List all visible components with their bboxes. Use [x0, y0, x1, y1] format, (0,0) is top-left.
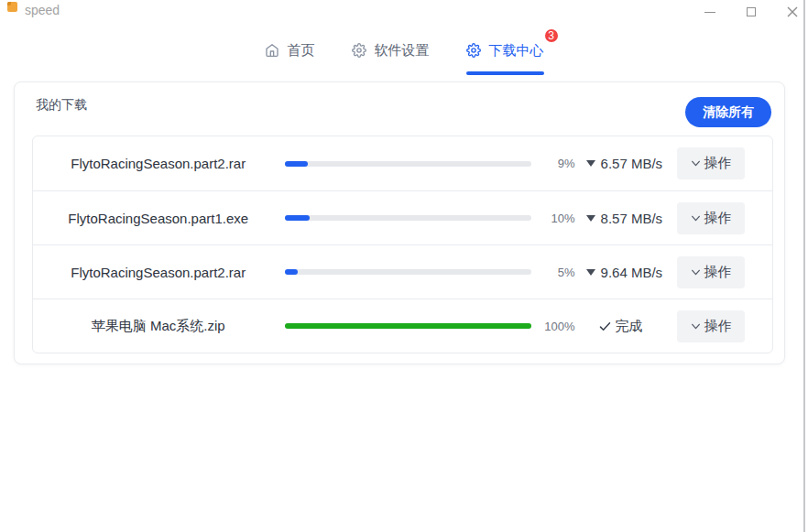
progress-fill	[285, 323, 531, 329]
row-action-label: 操作	[704, 264, 731, 281]
chevron-down-icon	[690, 320, 702, 332]
progress-bar	[285, 215, 531, 221]
row-action-button[interactable]: 操作	[677, 202, 745, 234]
progress-fill	[285, 269, 297, 275]
progress-percent: 10%	[531, 212, 575, 225]
progress-fill	[285, 161, 307, 167]
maximize-icon	[747, 7, 756, 16]
close-button[interactable]	[786, 5, 799, 18]
progress-percent: 5%	[531, 266, 575, 279]
row-action-label: 操作	[704, 210, 731, 227]
download-arrow-icon	[586, 215, 595, 222]
download-arrow-icon	[586, 269, 595, 276]
gear-icon	[466, 43, 481, 58]
progress-bar	[285, 323, 531, 329]
app-logo-icon	[7, 2, 17, 12]
download-speed: 8.57 MB/s	[601, 211, 663, 226]
check-icon	[598, 320, 612, 333]
clear-all-button[interactable]: 清除所有	[685, 97, 771, 127]
row-action-button[interactable]: 操作	[677, 310, 745, 342]
tab-download-center-label: 下载中心	[489, 42, 544, 60]
download-arrow-icon	[586, 160, 595, 167]
app-title: speed	[25, 3, 60, 17]
download-row: FlytoRacingSeason.part2.rar5%9.64 MB/s操作	[33, 244, 772, 299]
download-status-label: 完成	[616, 318, 643, 335]
chevron-down-icon	[690, 212, 702, 224]
minimize-icon	[704, 12, 715, 13]
download-row: 苹果电脑 Mac系统.zip100%完成操作	[33, 299, 772, 353]
main-nav: 首页 软件设置 下载中心 3	[0, 38, 808, 62]
download-row: FlytoRacingSeason.part1.exe10%8.57 MB/s操…	[33, 190, 772, 244]
download-count-badge: 3	[543, 27, 560, 44]
tab-home[interactable]: 首页	[265, 38, 315, 62]
progress-bar	[285, 161, 531, 167]
download-row: FlytoRacingSeason.part2.rar9%6.57 MB/s操作	[33, 136, 772, 190]
download-status: 完成	[586, 318, 677, 335]
tab-download-center[interactable]: 下载中心 3	[466, 38, 544, 62]
scrollbar[interactable]	[803, 0, 805, 532]
tab-home-label: 首页	[288, 42, 315, 60]
chevron-down-icon	[690, 157, 702, 169]
row-action-label: 操作	[704, 155, 731, 172]
panel-title: 我的下载	[36, 97, 87, 114]
download-filename: 苹果电脑 Mac系统.zip	[33, 318, 283, 335]
download-status: 9.64 MB/s	[586, 265, 677, 280]
download-status: 6.57 MB/s	[586, 156, 677, 171]
download-filename: FlytoRacingSeason.part2.rar	[33, 265, 283, 280]
progress-fill	[285, 215, 310, 221]
progress-percent: 100%	[531, 320, 575, 333]
download-list: FlytoRacingSeason.part2.rar9%6.57 MB/s操作…	[32, 136, 773, 353]
titlebar: speed	[0, 0, 808, 24]
tab-settings[interactable]: 软件设置	[352, 38, 430, 62]
downloads-panel: 我的下载 清除所有 FlytoRacingSeason.part2.rar9%6…	[14, 81, 785, 364]
home-icon	[265, 43, 279, 58]
progress-percent: 9%	[531, 157, 575, 170]
tab-settings-label: 软件设置	[375, 42, 430, 60]
window-controls	[704, 0, 799, 24]
download-speed: 6.57 MB/s	[601, 156, 663, 171]
progress-bar	[285, 269, 531, 275]
download-filename: FlytoRacingSeason.part1.exe	[33, 211, 283, 226]
download-speed: 9.64 MB/s	[601, 265, 663, 280]
chevron-down-icon	[690, 266, 702, 278]
row-action-button[interactable]: 操作	[677, 147, 745, 179]
download-status: 8.57 MB/s	[586, 211, 677, 226]
download-filename: FlytoRacingSeason.part2.rar	[33, 156, 283, 171]
maximize-button[interactable]	[745, 5, 758, 18]
close-icon	[787, 6, 798, 17]
row-action-button[interactable]: 操作	[677, 256, 745, 288]
app-window: speed 首页	[0, 0, 808, 532]
minimize-button[interactable]	[704, 5, 716, 18]
gear-icon	[352, 43, 366, 58]
row-action-label: 操作	[704, 318, 731, 335]
